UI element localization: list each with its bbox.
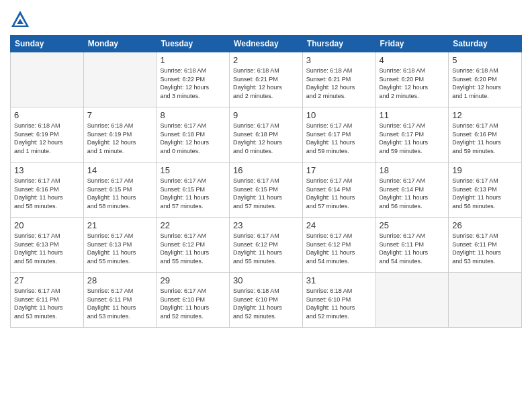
column-header-saturday: Saturday (449, 36, 522, 52)
cell-info: Sunrise: 6:17 AM Sunset: 6:14 PM Dayligh… (380, 177, 445, 210)
header (10, 7, 522, 30)
calendar-cell (11, 52, 84, 107)
calendar-cell: 9Sunrise: 6:17 AM Sunset: 6:18 PM Daylig… (230, 107, 303, 163)
calendar-cell: 2Sunrise: 6:18 AM Sunset: 6:21 PM Daylig… (230, 52, 303, 107)
calendar-cell: 19Sunrise: 6:17 AM Sunset: 6:13 PM Dayli… (449, 163, 522, 218)
cell-info: Sunrise: 6:17 AM Sunset: 6:12 PM Dayligh… (233, 232, 299, 265)
column-header-tuesday: Tuesday (157, 36, 230, 52)
calendar-cell: 12Sunrise: 6:17 AM Sunset: 6:16 PM Dayli… (449, 107, 522, 163)
cell-info: Sunrise: 6:17 AM Sunset: 6:17 PM Dayligh… (306, 122, 372, 155)
calendar-cell: 3Sunrise: 6:18 AM Sunset: 6:21 PM Daylig… (302, 52, 375, 107)
day-number: 20 (14, 220, 80, 230)
calendar-cell: 8Sunrise: 6:17 AM Sunset: 6:18 PM Daylig… (157, 107, 230, 163)
cell-info: Sunrise: 6:17 AM Sunset: 6:11 PM Dayligh… (87, 287, 153, 320)
cell-info: Sunrise: 6:17 AM Sunset: 6:11 PM Dayligh… (14, 287, 80, 320)
day-number: 22 (160, 220, 226, 230)
cell-info: Sunrise: 6:17 AM Sunset: 6:11 PM Dayligh… (380, 232, 445, 265)
calendar-week-1: 1Sunrise: 6:18 AM Sunset: 6:22 PM Daylig… (11, 52, 522, 107)
cell-info: Sunrise: 6:18 AM Sunset: 6:21 PM Dayligh… (233, 66, 299, 100)
day-number: 4 (380, 55, 445, 65)
calendar-cell: 24Sunrise: 6:17 AM Sunset: 6:12 PM Dayli… (302, 218, 375, 273)
cell-info: Sunrise: 6:17 AM Sunset: 6:15 PM Dayligh… (87, 177, 153, 210)
day-number: 25 (380, 220, 445, 230)
day-number: 24 (306, 220, 372, 230)
cell-info: Sunrise: 6:18 AM Sunset: 6:21 PM Dayligh… (306, 66, 372, 100)
calendar-cell (449, 273, 522, 328)
calendar-cell: 5Sunrise: 6:18 AM Sunset: 6:20 PM Daylig… (449, 52, 522, 107)
cell-info: Sunrise: 6:17 AM Sunset: 6:15 PM Dayligh… (160, 177, 226, 210)
day-number: 21 (87, 220, 153, 230)
cell-info: Sunrise: 6:17 AM Sunset: 6:12 PM Dayligh… (160, 232, 226, 265)
calendar-cell: 20Sunrise: 6:17 AM Sunset: 6:13 PM Dayli… (11, 218, 84, 273)
column-header-monday: Monday (83, 36, 157, 52)
calendar-cell: 13Sunrise: 6:17 AM Sunset: 6:16 PM Dayli… (11, 163, 84, 218)
cell-info: Sunrise: 6:17 AM Sunset: 6:13 PM Dayligh… (87, 232, 153, 265)
calendar-cell: 31Sunrise: 6:18 AM Sunset: 6:10 PM Dayli… (302, 273, 375, 328)
day-number: 29 (160, 275, 226, 285)
day-number: 10 (306, 110, 372, 120)
day-number: 13 (14, 165, 80, 175)
cell-info: Sunrise: 6:17 AM Sunset: 6:13 PM Dayligh… (452, 177, 518, 210)
calendar-cell (83, 52, 157, 107)
calendar-cell: 14Sunrise: 6:17 AM Sunset: 6:15 PM Dayli… (83, 163, 157, 218)
calendar-week-5: 27Sunrise: 6:17 AM Sunset: 6:11 PM Dayli… (11, 273, 522, 328)
calendar-header-row: SundayMondayTuesdayWednesdayThursdayFrid… (11, 36, 522, 52)
day-number: 18 (380, 165, 445, 175)
calendar-cell: 28Sunrise: 6:17 AM Sunset: 6:11 PM Dayli… (83, 273, 157, 328)
day-number: 30 (233, 275, 299, 285)
day-number: 5 (452, 55, 518, 65)
calendar-cell: 30Sunrise: 6:18 AM Sunset: 6:10 PM Dayli… (230, 273, 303, 328)
day-number: 3 (306, 55, 372, 65)
calendar-cell: 18Sunrise: 6:17 AM Sunset: 6:14 PM Dayli… (375, 163, 449, 218)
day-number: 9 (233, 110, 299, 120)
day-number: 12 (452, 110, 518, 120)
cell-info: Sunrise: 6:18 AM Sunset: 6:19 PM Dayligh… (87, 122, 153, 155)
calendar-cell: 6Sunrise: 6:18 AM Sunset: 6:19 PM Daylig… (11, 107, 84, 163)
column-header-friday: Friday (375, 36, 449, 52)
calendar-cell: 23Sunrise: 6:17 AM Sunset: 6:12 PM Dayli… (230, 218, 303, 273)
calendar-cell: 21Sunrise: 6:17 AM Sunset: 6:13 PM Dayli… (83, 218, 157, 273)
calendar-cell: 27Sunrise: 6:17 AM Sunset: 6:11 PM Dayli… (11, 273, 84, 328)
cell-info: Sunrise: 6:18 AM Sunset: 6:19 PM Dayligh… (14, 122, 80, 155)
day-number: 15 (160, 165, 226, 175)
cell-info: Sunrise: 6:18 AM Sunset: 6:10 PM Dayligh… (306, 287, 372, 320)
calendar-cell: 15Sunrise: 6:17 AM Sunset: 6:15 PM Dayli… (157, 163, 230, 218)
day-number: 6 (14, 110, 80, 120)
column-header-wednesday: Wednesday (230, 36, 303, 52)
calendar-cell: 22Sunrise: 6:17 AM Sunset: 6:12 PM Dayli… (157, 218, 230, 273)
calendar-week-3: 13Sunrise: 6:17 AM Sunset: 6:16 PM Dayli… (11, 163, 522, 218)
day-number: 26 (452, 220, 518, 230)
day-number: 7 (87, 110, 153, 120)
day-number: 27 (14, 275, 80, 285)
calendar-cell: 11Sunrise: 6:17 AM Sunset: 6:17 PM Dayli… (375, 107, 449, 163)
calendar-cell: 4Sunrise: 6:18 AM Sunset: 6:20 PM Daylig… (375, 52, 449, 107)
cell-info: Sunrise: 6:17 AM Sunset: 6:16 PM Dayligh… (452, 122, 518, 155)
day-number: 14 (87, 165, 153, 175)
calendar-cell: 26Sunrise: 6:17 AM Sunset: 6:11 PM Dayli… (449, 218, 522, 273)
calendar-cell: 17Sunrise: 6:17 AM Sunset: 6:14 PM Dayli… (302, 163, 375, 218)
calendar-cell: 16Sunrise: 6:17 AM Sunset: 6:15 PM Dayli… (230, 163, 303, 218)
day-number: 2 (233, 55, 299, 65)
cell-info: Sunrise: 6:18 AM Sunset: 6:20 PM Dayligh… (380, 66, 445, 100)
cell-info: Sunrise: 6:17 AM Sunset: 6:17 PM Dayligh… (380, 122, 445, 155)
cell-info: Sunrise: 6:18 AM Sunset: 6:10 PM Dayligh… (233, 287, 299, 320)
cell-info: Sunrise: 6:17 AM Sunset: 6:18 PM Dayligh… (160, 122, 226, 155)
cell-info: Sunrise: 6:17 AM Sunset: 6:13 PM Dayligh… (14, 232, 80, 265)
calendar-cell: 1Sunrise: 6:18 AM Sunset: 6:22 PM Daylig… (157, 52, 230, 107)
logo-icon (10, 9, 30, 30)
day-number: 19 (452, 165, 518, 175)
cell-info: Sunrise: 6:17 AM Sunset: 6:18 PM Dayligh… (233, 122, 299, 155)
calendar-table: SundayMondayTuesdayWednesdayThursdayFrid… (10, 35, 522, 328)
day-number: 23 (233, 220, 299, 230)
cell-info: Sunrise: 6:17 AM Sunset: 6:15 PM Dayligh… (233, 177, 299, 210)
day-number: 31 (306, 275, 372, 285)
day-number: 8 (160, 110, 226, 120)
column-header-sunday: Sunday (11, 36, 84, 52)
calendar-week-4: 20Sunrise: 6:17 AM Sunset: 6:13 PM Dayli… (11, 218, 522, 273)
calendar-cell: 10Sunrise: 6:17 AM Sunset: 6:17 PM Dayli… (302, 107, 375, 163)
day-number: 11 (380, 110, 445, 120)
calendar-cell: 25Sunrise: 6:17 AM Sunset: 6:11 PM Dayli… (375, 218, 449, 273)
cell-info: Sunrise: 6:18 AM Sunset: 6:20 PM Dayligh… (452, 66, 518, 100)
calendar-week-2: 6Sunrise: 6:18 AM Sunset: 6:19 PM Daylig… (11, 107, 522, 163)
cell-info: Sunrise: 6:17 AM Sunset: 6:16 PM Dayligh… (14, 177, 80, 210)
